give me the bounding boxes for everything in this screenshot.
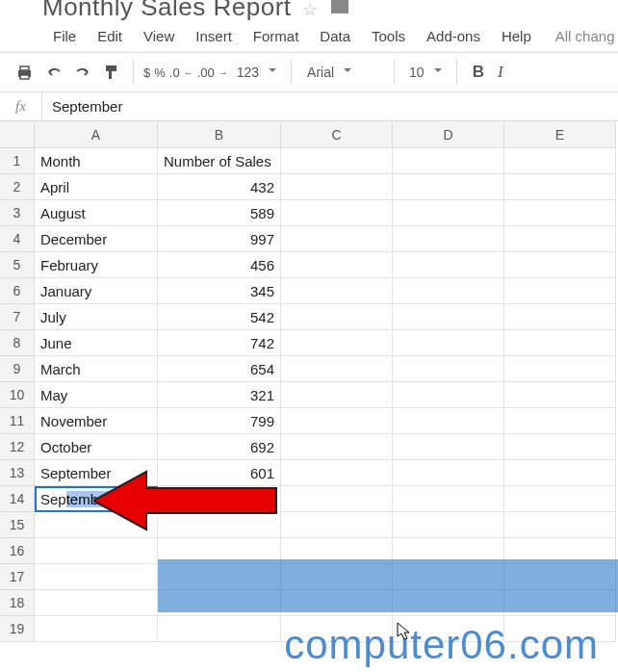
cell[interactable] <box>393 356 504 382</box>
row-header[interactable]: 9 <box>0 356 35 382</box>
cell[interactable] <box>504 512 616 538</box>
cell[interactable]: 321 <box>158 382 281 408</box>
cell[interactable] <box>504 278 616 304</box>
row-header[interactable]: 16 <box>0 538 35 564</box>
cell[interactable]: Number of Sales <box>158 148 281 174</box>
cell[interactable]: March <box>35 356 158 382</box>
row-header[interactable]: 15 <box>0 512 35 538</box>
cell[interactable] <box>393 174 504 200</box>
cell[interactable]: July <box>35 304 158 330</box>
cell[interactable]: Month <box>35 148 158 174</box>
select-all-corner[interactable] <box>0 121 35 148</box>
cell[interactable] <box>158 512 281 538</box>
menu-addons[interactable]: Add-ons <box>416 24 491 48</box>
font-size-selector[interactable]: 10 <box>402 61 449 84</box>
more-formats-button[interactable]: 123 <box>230 61 283 84</box>
row-header[interactable]: 10 <box>0 382 35 408</box>
folder-icon[interactable] <box>331 0 348 13</box>
column-header-a[interactable]: A <box>35 121 158 148</box>
cell[interactable]: August <box>35 200 158 226</box>
cell[interactable] <box>35 564 158 590</box>
row-header[interactable]: 4 <box>0 226 35 252</box>
cell[interactable]: January <box>35 278 158 304</box>
cell[interactable] <box>393 252 504 278</box>
menu-tools[interactable]: Tools <box>361 24 416 48</box>
cell[interactable] <box>393 460 504 486</box>
cell[interactable] <box>393 330 504 356</box>
cell[interactable] <box>393 434 504 460</box>
row-header[interactable]: 8 <box>0 330 35 356</box>
cell[interactable] <box>393 408 504 434</box>
cell[interactable] <box>281 278 393 304</box>
row-header[interactable]: 7 <box>0 304 35 330</box>
cell[interactable] <box>504 434 616 460</box>
row-header[interactable]: 5 <box>0 252 35 278</box>
cell[interactable]: 742 <box>158 330 281 356</box>
cell[interactable] <box>504 460 616 486</box>
column-header-e[interactable]: E <box>504 121 616 148</box>
row-header[interactable]: 11 <box>0 408 35 434</box>
menu-insert[interactable]: Insert <box>185 24 243 48</box>
format-percent-button[interactable]: % <box>152 65 167 80</box>
row-header[interactable]: 17 <box>0 564 35 590</box>
cell[interactable] <box>504 486 616 512</box>
cell[interactable]: September <box>35 460 158 486</box>
font-family-selector[interactable]: Arial <box>299 61 386 84</box>
cell[interactable] <box>281 434 393 460</box>
column-header-d[interactable]: D <box>393 121 504 148</box>
cell[interactable] <box>393 486 504 512</box>
row-header[interactable]: 14 <box>0 486 35 512</box>
cell[interactable] <box>35 616 158 642</box>
cell[interactable]: 589 <box>158 200 281 226</box>
cell[interactable] <box>281 356 393 382</box>
cell[interactable] <box>281 174 393 200</box>
cell[interactable]: 997 <box>158 226 281 252</box>
paint-format-button[interactable] <box>97 61 125 84</box>
cell[interactable]: 345 <box>158 278 281 304</box>
cell[interactable] <box>393 278 504 304</box>
cell[interactable] <box>504 174 616 200</box>
cell[interactable]: February <box>35 252 158 278</box>
cell-editing[interactable]: September <box>35 486 158 512</box>
star-icon[interactable]: ☆ <box>302 0 318 20</box>
cell[interactable] <box>393 382 504 408</box>
cell[interactable]: April <box>35 174 158 200</box>
cell[interactable] <box>281 252 393 278</box>
formula-input[interactable] <box>42 92 618 120</box>
cell[interactable] <box>281 486 393 512</box>
row-header[interactable]: 13 <box>0 460 35 486</box>
menu-format[interactable]: Format <box>243 24 310 48</box>
cell[interactable] <box>158 616 281 642</box>
cell[interactable] <box>281 200 393 226</box>
cell[interactable] <box>393 512 504 538</box>
row-header[interactable]: 2 <box>0 174 35 200</box>
bold-button[interactable]: B <box>465 63 492 82</box>
cell[interactable] <box>504 226 616 252</box>
row-header[interactable]: 12 <box>0 434 35 460</box>
cell[interactable] <box>504 148 616 174</box>
row-header[interactable]: 18 <box>0 590 35 616</box>
last-edit-status[interactable]: All chang <box>542 24 618 48</box>
cell[interactable] <box>281 382 393 408</box>
column-header-c[interactable]: C <box>281 121 393 148</box>
menu-file[interactable]: File <box>42 24 87 48</box>
cell[interactable] <box>504 356 616 382</box>
cell[interactable] <box>393 304 504 330</box>
cell[interactable] <box>158 486 281 512</box>
cell[interactable] <box>504 304 616 330</box>
cell[interactable] <box>504 408 616 434</box>
menu-view[interactable]: View <box>133 24 185 48</box>
cell[interactable] <box>393 148 504 174</box>
cell[interactable] <box>504 200 616 226</box>
document-title[interactable]: Monthly Sales Report <box>42 0 292 23</box>
cell[interactable] <box>504 382 616 408</box>
cell[interactable] <box>281 226 393 252</box>
format-currency-button[interactable]: $ <box>142 65 152 80</box>
cell[interactable]: 542 <box>158 304 281 330</box>
cell[interactable] <box>393 200 504 226</box>
cell[interactable]: May <box>35 382 158 408</box>
cell[interactable] <box>281 304 393 330</box>
cell[interactable] <box>281 408 393 434</box>
redo-button[interactable] <box>68 62 97 83</box>
cell[interactable] <box>504 330 616 356</box>
